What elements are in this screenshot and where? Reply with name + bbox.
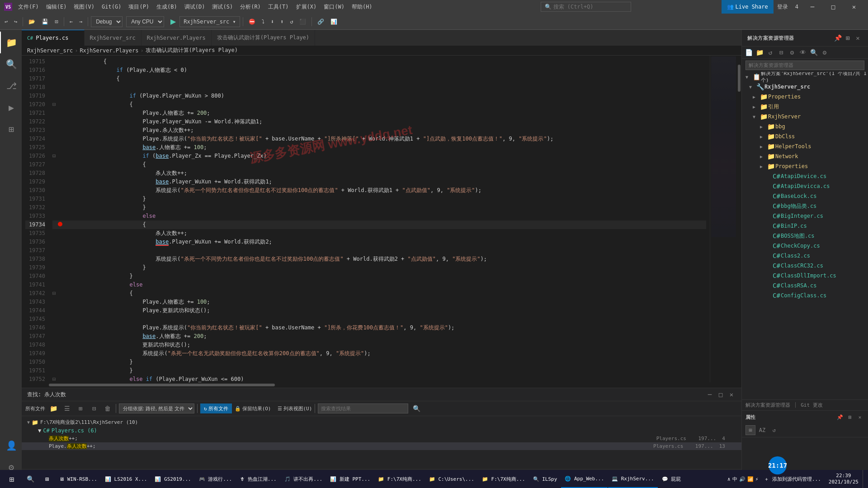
activity-extensions[interactable]: ⊞ [0,118,22,140]
toolbar-forward[interactable]: → [76,15,85,28]
stool-file[interactable]: 📄 [744,47,754,57]
tree-atapidevicca[interactable]: C# AtapiDevicca.cs [742,181,868,191]
toolbar-open-file[interactable]: 📂 [26,15,38,28]
search-options-btn[interactable]: ☰ [61,403,72,414]
activity-account[interactable]: 👤 [0,435,22,456]
repeat-search-btn[interactable]: ↻所有文件 [200,404,232,413]
taskbar-music[interactable]: 🎵 讲不出再... [281,470,326,488]
breadcrumb-part1[interactable]: RxjhServer_src [27,47,73,54]
horizontal-scrollbar[interactable] [22,382,741,388]
solution-explorer-link[interactable]: 解决方案资源管理器 [745,402,790,408]
vertical-scrollbar[interactable] [737,56,741,382]
toolbar-stop[interactable]: ⬛ [297,15,309,28]
live-share-button[interactable]: 👥 Live Share [722,0,774,14]
tree-baselock[interactable]: C# BaseLock.cs [742,191,868,201]
panel-close-btn[interactable]: ✕ [854,33,863,42]
search-dir-item[interactable]: ▼ 📁 F:\7X纯商业版2\111\RxjhServer (10) [22,418,741,427]
tree-dbclss[interactable]: ▶ 📁 DbClss [742,131,868,141]
menu-window[interactable]: 窗口(W) [320,0,348,14]
taskbar-pipi[interactable]: 💬 屁屁 [658,470,685,488]
toolbar-breakpoints[interactable]: ⛔ [246,15,258,28]
taskbar-taskview[interactable]: ⊞ [39,470,55,488]
search-file-item[interactable]: ▼ C# Players.cs (6) [22,427,741,435]
code-content[interactable]: { if (Playe.人物蓄志 < 0) { if (Playe.Player… [49,56,710,382]
toolbar-attach[interactable]: 🔗 [315,15,327,28]
window-minimize[interactable]: ─ [802,0,823,14]
breadcrumb-part3[interactable]: 攻击确认武勋计算(Players Playe) [146,47,238,54]
result-view-btn[interactable]: ☰列表视图(U) [278,405,312,412]
tree-properties-2[interactable]: ▶ 📁 Properties [742,161,868,171]
tab-rxjhserver[interactable]: RxjhServer_src [85,30,142,46]
tree-properties-1[interactable]: ▶ 📁 Properties [742,92,868,102]
taskbar-ls2016[interactable]: 📊 LS2016 X... [101,470,151,488]
collapse-all-btn[interactable]: ⊟ [89,403,99,414]
menu-project[interactable]: 项目(P) [125,0,153,14]
search-result-filter[interactable] [318,404,408,413]
tree-configclass[interactable]: C# ConfigClass.cs [742,291,868,300]
tray-cn[interactable]: 中 [732,476,737,483]
tree-binip[interactable]: C# BinIP.cs [742,221,868,231]
props-pin[interactable]: 📌 [835,413,844,422]
tree-rxjhserver[interactable]: ▼ 📁 RxjhServer [742,112,868,122]
window-maximize[interactable]: □ [823,0,844,14]
tree-helpertools[interactable]: ▶ 📁 HelperTools [742,141,868,151]
taskbar-appweb[interactable]: 🌐 App_Web... [561,470,608,488]
toolbar-back[interactable]: ← [67,15,75,28]
props-alpha-btn[interactable]: AZ [757,425,767,435]
time-date[interactable]: 22:39 2021/10/25 [825,473,862,486]
taskbar-winrsb[interactable]: 🖥 WIN-RSB... [56,470,101,488]
activity-git[interactable]: ⎇ [0,75,22,97]
menu-edit[interactable]: 编辑(E) [42,0,71,14]
taskbar-cusers[interactable]: 📁 C:\Users\... [425,470,478,488]
panel-expand[interactable]: □ [716,390,725,399]
menu-help[interactable]: 帮助(H) [348,0,376,14]
tray-up-arrow[interactable]: ∧ [727,476,731,482]
tray-icon3[interactable]: ⚡ [755,476,759,482]
run-button[interactable]: ▶ [168,17,179,26]
taskbar-ilspy[interactable]: 🔍 ILSpy [529,470,561,488]
keep-result-check[interactable]: 🔒保留结果(O) [235,405,271,412]
stool-filter[interactable]: 🔍 [809,47,819,57]
toolbar-step-over[interactable]: ⤵ [259,15,267,28]
tree-checkcopy[interactable]: C# CheckCopy.cs [742,241,868,251]
tab-attack-calc[interactable]: 攻击确认武勋计算(Players Playe) [212,30,315,46]
clear-btn[interactable]: 🗑 [102,403,113,414]
stool-sort[interactable]: ⚙ [820,47,830,57]
menu-file[interactable]: 文件(F) [14,0,42,14]
menu-debug[interactable]: 调试(D) [181,0,209,14]
taskbar-search[interactable]: 🔍 [22,470,38,488]
tab-players-cs[interactable]: C# Players.cs ✕ [22,30,85,46]
solution-search-input[interactable] [745,61,864,70]
menu-view[interactable]: 视图(V) [70,0,98,14]
menu-analyze[interactable]: 分析(R) [236,0,264,14]
show-desktop[interactable] [863,470,866,488]
toolbar-save[interactable]: 💾 [39,15,51,28]
tree-bbg[interactable]: ▶ 📁 bbg [742,122,868,131]
panel-close[interactable]: ✕ [727,390,736,399]
tree-biginteger[interactable]: C# BigInteger.cs [742,211,868,221]
taskbar-f7x[interactable]: 📁 F:\7X纯商... [374,470,425,488]
taskbar-f7x2[interactable]: 📁 F:\7X纯商... [478,470,529,488]
activity-debug[interactable]: ▶ [0,97,22,118]
menu-build[interactable]: 生成(B) [153,0,181,14]
stool-collapse[interactable]: ⊟ [776,47,786,57]
toolbar-step-into[interactable]: ⬇ [268,15,277,28]
tree-classcrc32[interactable]: C# ClassCRC32.cs [742,261,868,271]
taskbar-ppt[interactable]: 📊 新建 PPT... [326,470,374,488]
tree-class2[interactable]: C# Class2.cs [742,251,868,261]
stool-refresh[interactable]: ↺ [765,47,775,57]
platform-select[interactable]: Any CPU [126,16,164,27]
search-result-row[interactable]: 杀人次数++; Players.cs 197... 4 [22,435,741,442]
window-close[interactable]: ✕ [844,0,864,14]
tab-rxjhserver-players[interactable]: RxjhServer.Players [142,30,212,46]
toolbar-redo[interactable]: ↪ [11,15,20,28]
tree-solution[interactable]: ▼ 📋 解决方案'RxjhServer_src'(1 个项目/共 1 个) [742,72,868,82]
tree-refs[interactable]: ▶ 📁 引用 [742,102,868,112]
h-scroll-thumb[interactable] [49,384,275,386]
stool-properties[interactable]: ⚙ [787,47,797,57]
tray-icon2[interactable]: 📶 [747,476,754,482]
breadcrumb-part2[interactable]: RxjhServer.Players [80,47,138,54]
panel-float[interactable]: ⊞ [844,33,853,42]
search-result-icon[interactable]: 🔍 [411,403,422,414]
props-categories-btn[interactable]: ⊞ [745,425,755,435]
